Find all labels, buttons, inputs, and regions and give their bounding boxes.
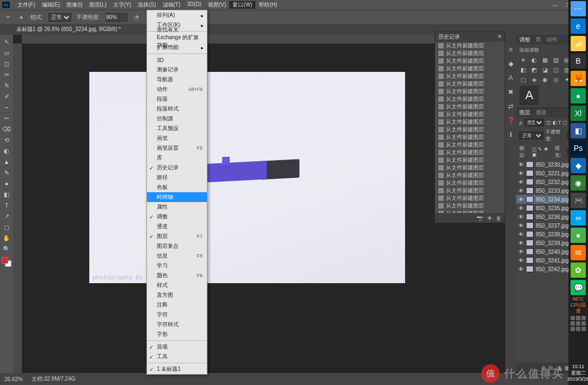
visibility-icon[interactable]: 👁 (518, 205, 524, 211)
tab-adjustments[interactable]: 调整 (519, 36, 530, 44)
menu-item[interactable]: ✓选项 (147, 342, 207, 352)
menu-item[interactable]: 色板 (147, 182, 207, 192)
tab-channels[interactable]: 通道 (536, 109, 547, 117)
taskbar-app-icon[interactable]: 💬 (571, 280, 586, 295)
history-item[interactable]: 从文件新建图层 (435, 65, 505, 72)
history-item[interactable]: 从文件新建图层 (435, 80, 505, 88)
history-item[interactable]: 从文件新建图层 (435, 72, 505, 80)
menu-窗口[interactable]: 窗口(W) (229, 1, 255, 9)
menu-3D[interactable]: 3D(D) (183, 1, 205, 9)
dock-panel-icon[interactable]: ℹ (507, 131, 514, 138)
menu-item[interactable]: 样式 (147, 280, 207, 290)
tool-button[interactable]: ⟲ (1, 135, 12, 145)
history-item[interactable]: 从文件新建图层 (435, 42, 505, 50)
visibility-icon[interactable]: 👁 (518, 231, 524, 237)
tool-button[interactable]: 🔍 (1, 244, 12, 254)
tool-button[interactable]: ▲ (1, 157, 12, 167)
menu-编辑[interactable]: 编辑(E) (39, 1, 63, 9)
history-item[interactable]: 从文件新建图层 (435, 95, 505, 103)
history-footer-icon[interactable]: ✚ (487, 215, 492, 221)
menu-item[interactable]: ✓1 未标题1 (147, 364, 207, 374)
opacity-input[interactable] (106, 13, 127, 22)
tool-button[interactable]: ✐ (1, 91, 12, 101)
canvas[interactable]: photography by zouzou (89, 72, 405, 283)
menu-item[interactable]: 3D (147, 55, 207, 65)
history-item[interactable]: 从文件新建图层 (435, 57, 505, 65)
history-item[interactable]: 从文件新建图层 (435, 118, 505, 126)
taskbar-app-icon[interactable]: ◉ (571, 175, 586, 191)
menu-item[interactable]: ✓历史记录 (147, 163, 207, 173)
taskbar-app-icon[interactable]: ⋯ (571, 1, 586, 16)
panel-menu-icon[interactable]: ≡ (498, 33, 501, 41)
menu-item[interactable]: 注释 (147, 300, 207, 310)
visibility-icon[interactable]: 👁 (518, 188, 524, 194)
history-item[interactable]: 从文件新建图层 (435, 194, 505, 202)
menu-item[interactable]: 属性 (147, 202, 207, 212)
menu-item[interactable]: 扩展功能▸ (147, 42, 207, 52)
pressure-opacity-icon[interactable]: ◔ (133, 14, 140, 21)
adjustment-icon[interactable]: ▢ (519, 76, 527, 83)
brush-preset-icon[interactable]: ● (17, 14, 25, 21)
visibility-icon[interactable]: 👁 (518, 240, 524, 246)
menu-滤镜[interactable]: 滤镜(T) (160, 1, 184, 9)
menu-item[interactable]: ✓工具 (147, 352, 207, 362)
tool-button[interactable]: ✋ (1, 233, 12, 243)
visibility-icon[interactable]: 👁 (518, 162, 524, 168)
menu-item[interactable]: 图层复合 (147, 241, 207, 251)
tool-button[interactable]: ◐ (1, 146, 12, 156)
menu-item[interactable]: 排列(A)▸ (147, 10, 207, 20)
tab-libraries[interactable]: 库 (536, 36, 541, 44)
taskbar-app-icon[interactable]: ✉ (571, 245, 586, 260)
menu-item[interactable]: 画笔 (147, 133, 207, 143)
history-footer-icon[interactable]: 🗑 (496, 215, 501, 221)
adjustment-icon[interactable]: ▨ (552, 56, 560, 64)
menu-item[interactable]: 仿制源 (147, 114, 207, 124)
history-item[interactable]: 从文件新建图层 (435, 179, 505, 187)
menu-item[interactable]: 直方图 (147, 290, 207, 300)
history-item[interactable]: 从文件新建图层 (435, 111, 505, 118)
tool-button[interactable]: ● (1, 179, 12, 188)
menu-item[interactable]: 动作Alt+F9 (147, 84, 207, 94)
taskbar-app-icon[interactable]: ✿ (571, 262, 586, 278)
tool-button[interactable]: ▢ (1, 222, 12, 232)
history-item[interactable]: 从文件新建图层 (435, 88, 505, 95)
visibility-icon[interactable]: 👁 (518, 179, 524, 185)
layer-filter-select[interactable]: 类型 (524, 119, 544, 126)
menu-item[interactable]: 学习 (147, 261, 207, 271)
taskbar-app-icon[interactable]: ◆ (571, 158, 586, 173)
adjustment-icon[interactable]: ◪ (541, 66, 549, 74)
document-info[interactable]: 文档:32.9M/7.24G (32, 375, 76, 383)
minimize-button[interactable]: — (549, 2, 562, 8)
history-item[interactable]: 从文件新建图层 (435, 149, 505, 156)
menu-文件[interactable]: 文件(F) (14, 1, 39, 9)
dock-panel-icon[interactable]: A (507, 74, 514, 82)
visibility-icon[interactable]: 👁 (518, 258, 524, 264)
menu-图层[interactable]: 图层(L) (86, 1, 110, 9)
menu-item[interactable]: 段落样式 (147, 104, 207, 114)
history-item[interactable]: 从文件新建图层 (435, 141, 505, 149)
adjustment-icon[interactable]: ◈ (530, 76, 538, 83)
taskbar-app-icon[interactable]: B (571, 53, 586, 69)
adjustment-icon[interactable]: ◎ (552, 76, 560, 83)
adjustment-icon[interactable]: ◐ (530, 56, 538, 64)
taskbar-app-icon[interactable]: 🎮 (571, 193, 586, 208)
tool-button[interactable]: ◫ (1, 59, 12, 69)
tool-button[interactable]: ⌁ (1, 102, 12, 112)
menu-item[interactable]: 路径 (147, 173, 207, 182)
history-item[interactable]: 从文件新建图层 (435, 202, 505, 210)
menu-item[interactable]: 颜色F6 (147, 271, 207, 280)
taskbar-app-icon[interactable]: 📁 (571, 36, 586, 51)
adjustment-icon[interactable]: ▦ (541, 56, 549, 64)
history-item[interactable]: 从文件新建图层 (435, 50, 505, 57)
taskbar-app-icon[interactable]: e (571, 19, 586, 34)
menu-item[interactable]: 测量记录 (147, 65, 207, 75)
menu-item[interactable]: 字符 (147, 310, 207, 320)
menu-选择[interactable]: 选择(S) (134, 1, 159, 9)
history-item[interactable]: 从文件新建图层 (435, 187, 505, 194)
menu-文字[interactable]: 文字(Y) (110, 1, 134, 9)
taskbar-clock[interactable]: 15:11星期二2019/3/26 (567, 362, 588, 385)
menu-item[interactable]: 段落 (147, 94, 207, 104)
visibility-icon[interactable]: 👁 (518, 197, 524, 203)
adjustment-icon[interactable]: ☀ (519, 56, 527, 64)
menu-视图[interactable]: 视图(V) (205, 1, 229, 9)
